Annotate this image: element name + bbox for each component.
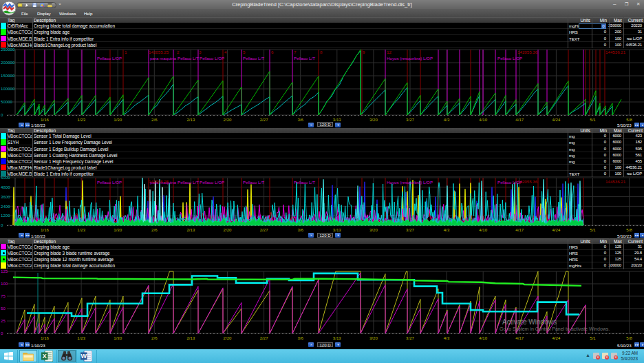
- svg-text:3/20: 3/20: [369, 117, 378, 122]
- svg-text:Hoyos (resquebra) L/OP: Hoyos (resquebra) L/OP: [387, 56, 433, 61]
- svg-text:142055.25: 142055.25: [149, 179, 169, 184]
- svg-text:4/10: 4/10: [479, 227, 487, 232]
- svg-text:1/23: 1/23: [77, 335, 85, 340]
- svg-text:4/10: 4/10: [479, 335, 487, 340]
- svg-text:6: 6: [271, 50, 274, 54]
- svg-text:4/3: 4/3: [444, 227, 450, 232]
- svg-text:4: 4: [224, 50, 227, 54]
- svg-text:144536.21: 144536.21: [605, 179, 626, 184]
- svg-text:1/23: 1/23: [77, 227, 85, 232]
- svg-text:142055.36: 142055.36: [517, 179, 538, 184]
- svg-text:5/1: 5/1: [590, 335, 596, 340]
- svg-text:50000: 50000: [1, 99, 13, 104]
- svg-text:142055.36: 142055.36: [517, 50, 538, 54]
- svg-text:X: X: [43, 353, 47, 360]
- svg-text:3/6: 3/6: [297, 117, 303, 122]
- svg-text:2/27: 2/27: [260, 117, 268, 122]
- svg-text:3/13: 3/13: [333, 117, 341, 122]
- svg-text:4/3: 4/3: [444, 117, 450, 122]
- svg-text:Hoyos (resquebra) L/OP: Hoyos (resquebra) L/OP: [387, 180, 433, 185]
- svg-text:1/30: 1/30: [114, 335, 122, 340]
- svg-text:50: 50: [1, 306, 6, 311]
- svg-text:2/6: 2/6: [151, 227, 158, 232]
- svg-text:0: 0: [1, 222, 3, 227]
- svg-text:3/6: 3/6: [297, 335, 303, 340]
- svg-text:2/20: 2/20: [224, 335, 232, 340]
- svg-text:1/23: 1/23: [77, 117, 85, 122]
- svg-text:150000: 150000: [1, 73, 15, 78]
- svg-text:75: 75: [1, 293, 6, 298]
- svg-text:142055.25: 142055.25: [149, 50, 169, 54]
- svg-text:1200: 1200: [1, 213, 10, 218]
- svg-text:8: 8: [320, 50, 323, 54]
- svg-text:7: 7: [294, 50, 297, 54]
- svg-text:W: W: [80, 353, 87, 360]
- svg-text:2/13: 2/13: [186, 117, 195, 122]
- svg-text:2/27: 2/27: [260, 227, 268, 232]
- svg-text:5/8: 5/8: [626, 335, 632, 340]
- svg-text:250000: 250000: [1, 47, 15, 52]
- svg-text:5/1: 5/1: [590, 227, 596, 232]
- svg-text:1/16: 1/16: [41, 227, 49, 232]
- svg-text:3/20: 3/20: [369, 227, 378, 232]
- svg-text:3: 3: [199, 50, 202, 54]
- svg-text:1/16: 1/16: [41, 335, 49, 340]
- svg-text:2/6: 2/6: [151, 335, 158, 340]
- svg-text:3/13: 3/13: [333, 227, 341, 232]
- svg-text:200000: 200000: [1, 60, 15, 65]
- svg-text:0: 0: [1, 112, 3, 117]
- svg-text:3/6: 3/6: [297, 227, 303, 232]
- svg-text:12: 12: [387, 50, 391, 54]
- svg-text:Pellaco L/OP: Pellaco L/OP: [97, 56, 122, 61]
- svg-text:4800: 4800: [1, 185, 10, 189]
- svg-text:1: 1: [125, 50, 127, 54]
- svg-text:144536.21: 144536.21: [605, 50, 626, 54]
- svg-text:Pellaco L/T: Pellaco L/T: [178, 56, 199, 61]
- svg-text:100000: 100000: [1, 86, 15, 91]
- svg-text:5: 5: [243, 50, 246, 54]
- svg-text:6000: 6000: [1, 175, 10, 180]
- svg-text:Pellaco L/OP: Pellaco L/OP: [200, 56, 224, 61]
- svg-text:4/17: 4/17: [515, 335, 524, 340]
- svg-text:4/24: 4/24: [552, 227, 560, 232]
- svg-text:100: 100: [1, 281, 8, 286]
- svg-text:5/8: 5/8: [626, 227, 632, 232]
- svg-text:2/20: 2/20: [224, 227, 232, 232]
- svg-text:0: 0: [1, 331, 3, 335]
- svg-text:3/27: 3/27: [406, 335, 414, 340]
- svg-text:Pellaco L/T: Pellaco L/T: [178, 180, 199, 185]
- svg-text:9: 9: [363, 50, 365, 54]
- svg-text:1/30: 1/30: [114, 227, 122, 232]
- svg-text:2/13: 2/13: [186, 335, 195, 340]
- svg-text:3600: 3600: [1, 194, 10, 199]
- svg-text:4/10: 4/10: [479, 117, 487, 122]
- svg-text:4/17: 4/17: [515, 117, 524, 122]
- svg-text:Pellaco L/OP: Pellaco L/OP: [200, 180, 224, 185]
- svg-text:2/20: 2/20: [224, 117, 232, 122]
- svg-text:3/20: 3/20: [369, 335, 378, 340]
- svg-text:Pellaco L/T: Pellaco L/T: [243, 56, 264, 61]
- svg-text:4/24: 4/24: [552, 117, 560, 122]
- svg-text:2/13: 2/13: [186, 227, 195, 232]
- svg-text:2: 2: [177, 50, 180, 54]
- svg-text:5/1: 5/1: [590, 117, 596, 122]
- svg-text:4/17: 4/17: [515, 227, 524, 232]
- svg-text:2/27: 2/27: [260, 335, 268, 340]
- svg-text:125: 125: [1, 269, 8, 273]
- svg-text:3/13: 3/13: [333, 335, 341, 340]
- svg-text:Pellaco L/OP: Pellaco L/OP: [497, 56, 522, 61]
- svg-text:Pellaco L/T: Pellaco L/T: [294, 180, 315, 185]
- svg-text:5/8: 5/8: [626, 117, 632, 122]
- svg-text:Pellaco L/T: Pellaco L/T: [294, 56, 315, 61]
- svg-text:Pellaco L/OP: Pellaco L/OP: [97, 180, 122, 185]
- svg-text:1/30: 1/30: [114, 117, 122, 122]
- svg-text:para maquina: para maquina: [150, 56, 176, 61]
- svg-text:2/6: 2/6: [151, 117, 158, 122]
- svg-text:2400: 2400: [1, 204, 10, 209]
- svg-text:4/3: 4/3: [444, 335, 450, 340]
- svg-text:25: 25: [1, 318, 6, 323]
- svg-text:3/27: 3/27: [406, 117, 414, 122]
- svg-text:4/24: 4/24: [552, 335, 560, 340]
- svg-text:3/27: 3/27: [406, 227, 414, 232]
- svg-text:Pellaco L/T: Pellaco L/T: [243, 180, 264, 185]
